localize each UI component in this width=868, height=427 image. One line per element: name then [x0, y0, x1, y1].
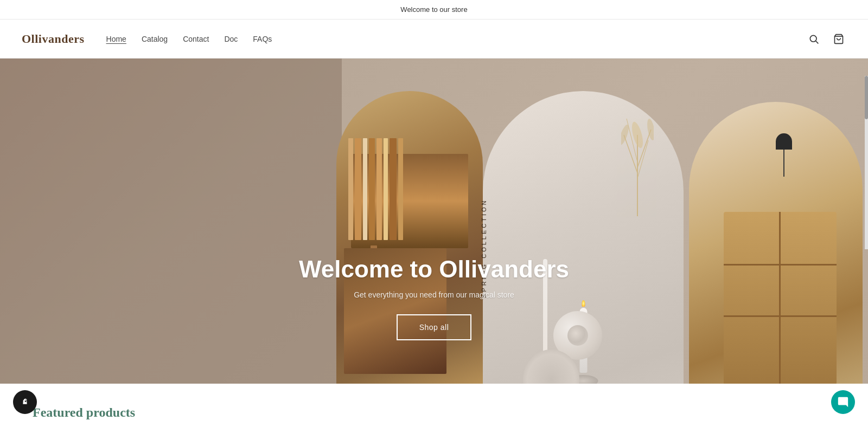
furniture-shelf: [724, 212, 837, 384]
hero-subtitle: Get everything you need from our magical…: [271, 290, 597, 299]
nav-home[interactable]: Home: [106, 35, 126, 43]
nav-catalog[interactable]: Catalog: [142, 35, 168, 43]
svg-point-10: [646, 118, 653, 140]
lamp-shade: [776, 133, 792, 150]
lamp: [776, 133, 792, 177]
scrollbar[interactable]: [865, 76, 868, 249]
hero-title: Welcome to Ollivanders: [271, 256, 597, 283]
header-icons: [806, 31, 846, 47]
book-8: [398, 138, 403, 240]
search-icon[interactable]: [806, 31, 821, 47]
hero-content: Welcome to Ollivanders Get everything yo…: [271, 256, 597, 340]
announcement-bar: Welcome to our store: [0, 0, 868, 20]
candle-base: [569, 375, 598, 384]
featured-section: Featured products: [0, 384, 868, 427]
svg-point-9: [621, 124, 630, 146]
svg-point-8: [629, 121, 644, 149]
chat-button[interactable]: [831, 390, 855, 414]
shelf-top: [348, 138, 471, 240]
nav-contact[interactable]: Contact: [183, 35, 209, 43]
header: Ollivanders Home Catalog Contact Doc FAQ…: [0, 20, 868, 59]
shop-all-button[interactable]: Shop all: [397, 314, 472, 340]
book-4: [369, 138, 375, 240]
hero-section: SPRING COLLECTION: [0, 59, 868, 384]
book-7: [390, 138, 397, 240]
svg-line-1: [816, 41, 819, 43]
book-1: [348, 138, 353, 240]
main-nav: Home Catalog Contact Doc FAQs: [106, 35, 272, 43]
cart-icon[interactable]: [831, 31, 846, 47]
arch-furniture: [689, 102, 863, 384]
svg-point-0: [810, 35, 816, 42]
book-3: [363, 138, 367, 240]
arch-furniture-inner: [689, 102, 863, 384]
scroll-thumb[interactable]: [865, 76, 868, 119]
shelf-divider-v: [779, 212, 781, 384]
nav-faqs[interactable]: FAQs: [253, 35, 272, 43]
logo[interactable]: Ollivanders: [22, 32, 85, 46]
pampas-grass: [621, 108, 654, 259]
shopify-badge[interactable]: [13, 390, 37, 414]
announcement-text: Welcome to our store: [400, 5, 467, 14]
book-5: [376, 138, 382, 240]
book-2: [355, 138, 361, 240]
nav-doc[interactable]: Doc: [224, 35, 238, 43]
book-6: [384, 138, 388, 240]
featured-title: Featured products: [33, 405, 835, 420]
lamp-pole: [783, 150, 784, 177]
